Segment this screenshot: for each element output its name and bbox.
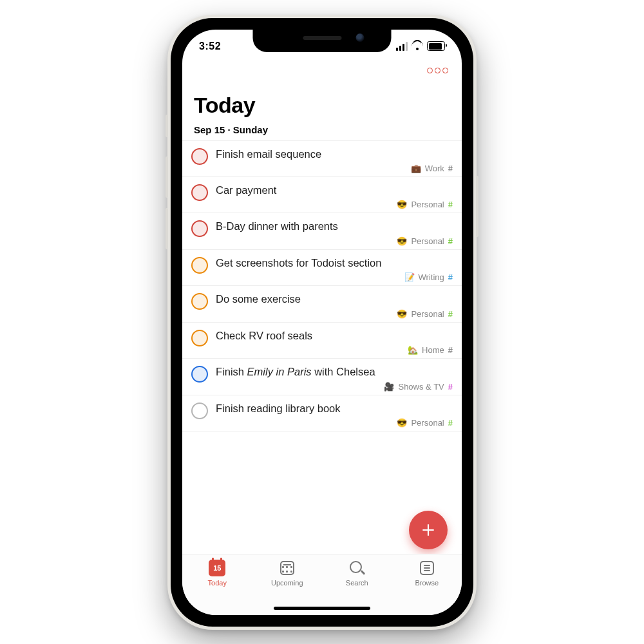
task-checkbox[interactable] (191, 402, 208, 419)
hash-icon: # (448, 345, 453, 355)
page-date: Sep 15 · Sunday (194, 124, 462, 135)
hash-icon: # (448, 200, 453, 209)
task-checkbox[interactable] (191, 293, 208, 310)
page-title: Today (194, 93, 462, 118)
task-project-label[interactable]: 😎Personal# (216, 309, 453, 319)
task-project-label[interactable]: 🎥Shows & TV# (216, 382, 453, 392)
wifi-icon (412, 42, 423, 50)
task-checkbox[interactable] (191, 148, 208, 165)
browse-icon (420, 561, 434, 575)
project-emoji-icon: 💼 (411, 164, 421, 173)
task-row[interactable]: Finish email sequence💼Work# (182, 140, 462, 176)
volume-down-button[interactable] (166, 208, 168, 249)
project-emoji-icon: 😎 (397, 236, 407, 246)
home-indicator[interactable] (274, 607, 370, 610)
plus-icon (420, 522, 437, 538)
task-row[interactable]: Finish reading library book😎Personal# (182, 395, 462, 431)
screen: 3:52 Today Sep 15 · Sunday Finish (182, 30, 462, 615)
task-title: Car payment (216, 184, 453, 197)
task-project-label[interactable]: 💼Work# (216, 164, 453, 173)
task-checkbox[interactable] (191, 220, 208, 237)
power-button[interactable] (476, 176, 478, 237)
hash-icon: # (448, 309, 453, 319)
mute-switch[interactable] (166, 115, 168, 137)
hash-icon: # (448, 272, 453, 282)
project-emoji-icon: 😎 (397, 418, 407, 428)
project-emoji-icon: 📝 (404, 272, 415, 282)
tab-label: Upcoming (271, 579, 303, 587)
project-emoji-icon: 🏡 (408, 345, 418, 355)
task-project-label[interactable]: 📝Writing# (216, 272, 453, 282)
add-task-button[interactable] (409, 511, 448, 549)
calendar-upcoming-icon (280, 561, 294, 575)
task-row[interactable]: Do some exercise😎Personal# (182, 285, 462, 321)
task-project-label[interactable]: 🏡Home# (216, 345, 453, 355)
project-emoji-icon: 😎 (397, 200, 407, 209)
speaker-grille (303, 36, 341, 40)
more-dots-icon (427, 68, 433, 73)
tab-today[interactable]: 15Today (182, 560, 252, 615)
task-row[interactable]: Check RV roof seals🏡Home# (182, 322, 462, 358)
tab-label: Browse (415, 579, 439, 587)
hash-icon: # (448, 418, 453, 428)
task-title: B-Day dinner with parents (216, 220, 453, 233)
task-row[interactable]: Car payment😎Personal# (182, 176, 462, 213)
task-title: Finish Emily in Paris with Chelsea (216, 365, 453, 379)
task-checkbox[interactable] (191, 330, 208, 346)
more-options-button[interactable] (426, 63, 449, 79)
task-checkbox[interactable] (191, 366, 208, 383)
task-row[interactable]: Finish Emily in Paris with Chelsea🎥Shows… (182, 358, 462, 394)
task-project-label[interactable]: 😎Personal# (216, 418, 453, 428)
battery-icon (427, 41, 445, 51)
task-project-label[interactable]: 😎Personal# (216, 236, 453, 246)
project-emoji-icon: 😎 (397, 309, 407, 319)
task-title: Get screenshots for Todoist section (216, 256, 453, 270)
volume-up-button[interactable] (166, 156, 168, 198)
status-time: 3:52 (199, 41, 221, 52)
task-title: Finish email sequence (216, 147, 453, 161)
cellular-icon (396, 42, 408, 51)
task-row[interactable]: Get screenshots for Todoist section📝Writ… (182, 249, 462, 285)
content: Today Sep 15 · Sunday Finish email seque… (182, 89, 462, 560)
task-list: Finish email sequence💼Work#Car payment😎P… (182, 140, 462, 432)
tab-label: Search (346, 579, 368, 587)
notch (253, 30, 392, 52)
task-title: Finish reading library book (216, 402, 453, 415)
calendar-today-icon: 15 (209, 560, 225, 576)
tab-label: Today (208, 579, 227, 587)
task-checkbox[interactable] (191, 184, 208, 201)
task-project-label[interactable]: 😎Personal# (216, 200, 453, 209)
search-icon (350, 561, 364, 575)
task-title: Do some exercise (216, 292, 453, 306)
front-camera (355, 33, 364, 42)
tab-browse[interactable]: Browse (392, 560, 462, 615)
task-checkbox[interactable] (191, 257, 208, 274)
hash-icon: # (448, 382, 453, 392)
project-emoji-icon: 🎥 (384, 382, 394, 392)
task-title: Check RV roof seals (216, 329, 453, 343)
phone-frame: 3:52 Today Sep 15 · Sunday Finish (167, 15, 477, 630)
hash-icon: # (448, 236, 453, 246)
hash-icon: # (448, 164, 453, 173)
task-row[interactable]: B-Day dinner with parents😎Personal# (182, 213, 462, 249)
tab-bar: 15TodayUpcomingSearchBrowse (182, 554, 462, 615)
